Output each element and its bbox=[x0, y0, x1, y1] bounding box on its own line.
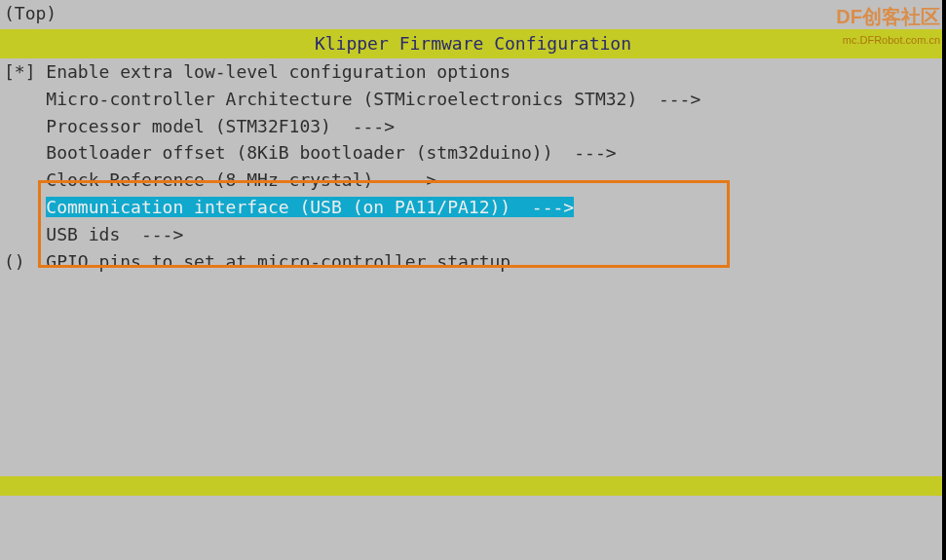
menu-item-enable-extra[interactable]: [*] Enable extra low-level configuration… bbox=[0, 58, 946, 86]
page-title: Klipper Firmware Configuration bbox=[0, 29, 946, 58]
breadcrumb: (Top) bbox=[0, 0, 946, 27]
help-footer: [Space/Enter] Toggle/enter [?] Help [/] … bbox=[0, 500, 946, 560]
menu-item-bootloader-offset[interactable]: Bootloader offset (8KiB bootloader (stm3… bbox=[0, 139, 946, 167]
menu-item-usb-ids[interactable]: USB ids ---> bbox=[0, 221, 946, 248]
menu-list[interactable]: [*] Enable extra low-level configuration… bbox=[0, 58, 946, 276]
menu-item-gpio-pins[interactable]: () GPIO pins to set at micro-controller … bbox=[0, 248, 946, 276]
menu-item-communication-interface[interactable]: Communication interface (USB (on PA11/PA… bbox=[0, 194, 946, 221]
divider-bar bbox=[0, 476, 946, 496]
menu-item-clock-reference[interactable]: Clock Reference (8 MHz crystal) ---> bbox=[0, 167, 946, 194]
menu-item-processor-model[interactable]: Processor model (STM32F103) ---> bbox=[0, 113, 946, 140]
menu-item-micro-arch[interactable]: Micro-controller Architecture (STMicroel… bbox=[0, 86, 946, 113]
terminal-window: DF创客社区 mc.DFRobot.com.cn (Top) Klipper F… bbox=[0, 0, 946, 560]
help-line-1: [Space/Enter] Toggle/enter [?] Help [/] … bbox=[4, 554, 942, 560]
